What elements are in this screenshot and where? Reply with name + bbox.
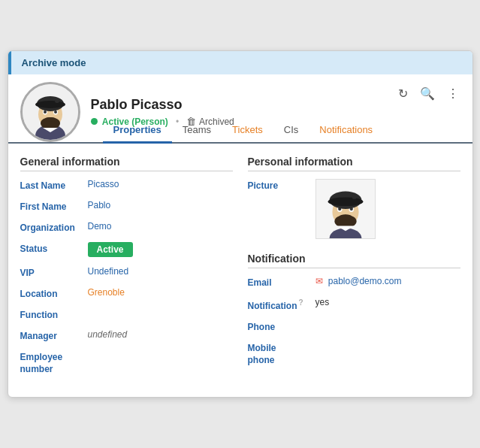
field-status: Status Active: [20, 242, 233, 257]
svg-point-11: [35, 101, 65, 108]
value-notification: yes: [315, 297, 330, 307]
label-phone: Phone: [248, 320, 315, 332]
question-mark: ?: [299, 298, 303, 307]
left-column: General information Last Name Picasso Fi…: [20, 156, 233, 384]
label-email: Email: [248, 276, 315, 288]
field-firstname: First Name Pablo: [20, 200, 233, 212]
more-button[interactable]: ⋮: [444, 85, 462, 102]
svg-point-8: [44, 110, 47, 114]
label-firstname: First Name: [20, 200, 88, 212]
svg-point-18: [339, 215, 352, 220]
value-manager: undefined: [88, 329, 128, 340]
field-function: Function: [20, 308, 233, 320]
header-actions: ↻ 🔍 ⋮: [395, 85, 462, 102]
refresh-button[interactable]: ↻: [395, 85, 411, 102]
tab-notifications[interactable]: Notifications: [309, 118, 383, 144]
value-organization[interactable]: Demo: [88, 221, 112, 232]
svg-point-5: [44, 117, 56, 122]
label-employee-number: Employeenumber: [20, 350, 88, 375]
value-location[interactable]: Grenoble: [88, 287, 125, 298]
label-status: Status: [20, 242, 88, 254]
field-employee-number: Employeenumber: [20, 350, 233, 375]
field-picture: Picture: [248, 179, 460, 239]
tabs: Properties Teams Tickets CIs Notificatio…: [91, 118, 396, 142]
svg-point-25: [352, 194, 357, 199]
svg-point-24: [328, 198, 363, 207]
avatar: [20, 82, 80, 142]
content: General information Last Name Picasso Fi…: [8, 144, 472, 396]
header: Pablo Picasso Active (Person) • 🗑 Archiv…: [8, 74, 472, 144]
field-manager: Manager undefined: [20, 329, 233, 341]
general-info-title: General information: [20, 156, 233, 171]
label-manager: Manager: [20, 329, 88, 341]
notification-title: Notification: [248, 253, 460, 268]
svg-point-12: [55, 98, 59, 103]
field-notification: Notification? yes: [248, 297, 460, 311]
field-lastname: Last Name Picasso: [20, 179, 233, 191]
label-notification: Notification?: [248, 297, 315, 311]
label-picture: Picture: [248, 179, 315, 191]
label-vip: VIP: [20, 266, 88, 278]
email-address[interactable]: pablo@demo.com: [328, 276, 402, 286]
notification-section: Notification Email ✉ pablo@demo.com Noti…: [248, 253, 460, 366]
archive-banner-text: Archive mode: [22, 57, 86, 68]
label-mobile-phone: Mobilephone: [248, 341, 315, 366]
tab-tickets[interactable]: Tickets: [222, 118, 273, 144]
value-lastname: Picasso: [88, 179, 119, 189]
field-location: Location Grenoble: [20, 287, 233, 299]
main-window: Archive mode: [8, 50, 473, 397]
label-location: Location: [20, 287, 88, 299]
email-icon: ✉: [315, 276, 323, 286]
tab-teams[interactable]: Teams: [172, 118, 222, 144]
field-mobile-phone: Mobilephone: [248, 341, 460, 366]
picture-box: [315, 179, 376, 239]
label-lastname: Last Name: [20, 179, 88, 191]
tab-cis[interactable]: CIs: [273, 118, 309, 144]
right-column: Personal information Picture: [248, 156, 460, 384]
personal-info-title: Personal information: [248, 156, 460, 171]
status-badge: Active: [88, 242, 133, 257]
field-vip: VIP Undefined: [20, 266, 233, 278]
archive-banner: Archive mode: [8, 51, 472, 74]
search-button[interactable]: 🔍: [417, 85, 438, 102]
svg-point-9: [54, 110, 57, 114]
field-email: Email ✉ pablo@demo.com: [248, 276, 460, 288]
label-function: Function: [20, 308, 88, 320]
value-email: ✉ pablo@demo.com: [315, 276, 402, 286]
value-firstname: Pablo: [88, 200, 111, 210]
value-vip: Undefined: [88, 266, 129, 277]
label-organization: Organization: [20, 221, 88, 233]
field-organization: Organization Demo: [20, 221, 233, 233]
field-phone: Phone: [248, 320, 460, 332]
tab-properties[interactable]: Properties: [103, 118, 172, 144]
